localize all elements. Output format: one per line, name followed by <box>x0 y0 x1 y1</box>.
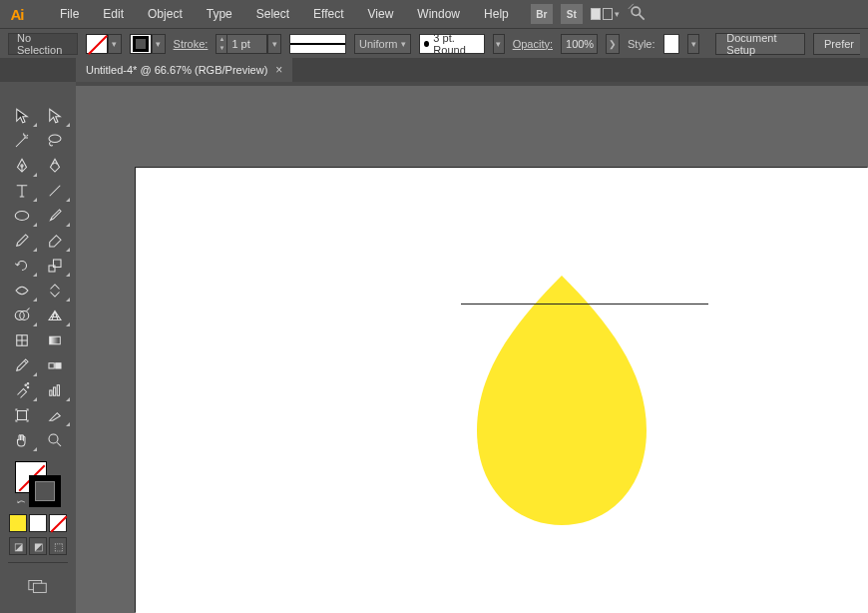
brush-definition[interactable]: 3 pt. Round <box>419 34 484 54</box>
workspace-switcher[interactable]: ▾ <box>591 8 620 20</box>
menu-select[interactable]: Select <box>246 3 299 25</box>
blend-tool[interactable] <box>39 353 71 377</box>
stroke-weight-dropdown[interactable]: ▾ <box>267 34 281 54</box>
svg-rect-20 <box>17 411 26 420</box>
opacity-more[interactable]: ❯ <box>606 34 620 54</box>
artboard-tool[interactable] <box>6 403 38 427</box>
fill-dropdown[interactable]: ▾ <box>108 34 122 54</box>
tools-panel: ⤺ ◪ ◩ ⬚ <box>0 82 76 613</box>
close-icon[interactable]: × <box>275 63 282 77</box>
selection-tool[interactable] <box>6 104 38 128</box>
control-bar: No Selection ▾ ▾ Stroke: ▲▼ ▾ Uniform▾ 3… <box>0 28 868 58</box>
slice-tool[interactable] <box>39 403 71 427</box>
pen-tool[interactable] <box>6 154 38 178</box>
screen-mode-button[interactable] <box>27 578 49 596</box>
stroke-large-swatch[interactable] <box>29 475 61 507</box>
svg-rect-6 <box>49 266 55 272</box>
stock-button[interactable]: St <box>561 4 583 24</box>
preferences-button[interactable]: Prefer <box>813 33 860 55</box>
mesh-tool[interactable] <box>6 328 38 352</box>
zoom-tool[interactable] <box>39 428 71 452</box>
magic-wand-tool[interactable] <box>6 129 38 153</box>
menu-help[interactable]: Help <box>474 3 519 25</box>
menu-bar: Ai File Edit Object Type Select Effect V… <box>0 0 868 28</box>
paintbrush-tool[interactable] <box>39 204 71 228</box>
svg-rect-18 <box>53 387 55 395</box>
type-tool[interactable] <box>6 179 38 203</box>
scale-tool[interactable] <box>39 254 71 278</box>
document-tab-title: Untitled-4* @ 66.67% (RGB/Preview) <box>86 64 267 76</box>
perspective-grid-tool[interactable] <box>39 304 71 327</box>
stroke-weight-input[interactable] <box>227 34 267 54</box>
line-segment-tool[interactable] <box>39 179 71 203</box>
svg-rect-12 <box>49 363 54 368</box>
pencil-tool[interactable] <box>6 229 38 253</box>
curvature-tool[interactable] <box>39 154 71 178</box>
tools-divider <box>8 562 68 563</box>
menu-type[interactable]: Type <box>197 3 242 25</box>
gradient-tool[interactable] <box>39 328 71 352</box>
app-logo-icon: Ai <box>6 3 28 25</box>
workspace-icon <box>591 8 601 20</box>
stroke-weight-field[interactable]: ▲▼ ▾ <box>216 34 281 54</box>
svg-rect-11 <box>49 336 60 344</box>
stroke-weight-stepper[interactable]: ▲▼ <box>216 34 227 54</box>
lasso-tool[interactable] <box>39 129 71 153</box>
document-setup-button[interactable]: Document Setup <box>715 33 805 55</box>
brush-definition-dropdown[interactable]: ▾ <box>493 34 505 54</box>
eyedropper-tool[interactable] <box>6 353 38 377</box>
svg-rect-17 <box>49 390 51 395</box>
menu-edit[interactable]: Edit <box>93 3 134 25</box>
canvas-area[interactable] <box>76 86 868 613</box>
stroke-dropdown[interactable]: ▾ <box>152 34 166 54</box>
draw-behind-icon[interactable]: ◩ <box>29 537 47 555</box>
svg-point-14 <box>25 384 27 386</box>
stroke-label[interactable]: Stroke: <box>174 38 209 50</box>
menu-effect[interactable]: Effect <box>303 3 353 25</box>
swap-fill-stroke-icon[interactable]: ⤺ <box>17 496 25 507</box>
variable-width-profile-select[interactable]: Uniform▾ <box>354 34 412 54</box>
color-mode-solid[interactable] <box>9 514 27 532</box>
svg-line-1 <box>639 15 644 20</box>
ellipse-tool[interactable] <box>6 204 38 228</box>
svg-point-16 <box>27 383 29 385</box>
free-transform-tool[interactable] <box>39 279 71 303</box>
symbol-sprayer-tool[interactable] <box>6 378 38 402</box>
color-mode-none[interactable] <box>49 514 67 532</box>
shape-builder-tool[interactable] <box>6 304 38 327</box>
opacity-value[interactable]: 100% <box>561 34 598 54</box>
search-docs-icon[interactable] <box>628 3 648 25</box>
opacity-label[interactable]: Opacity: <box>513 38 553 50</box>
svg-point-5 <box>15 212 29 221</box>
menu-object[interactable]: Object <box>138 3 193 25</box>
fill-swatch[interactable] <box>86 34 108 54</box>
svg-rect-19 <box>57 385 59 396</box>
svg-rect-13 <box>55 363 60 368</box>
hand-tool[interactable] <box>6 428 38 452</box>
direct-selection-tool[interactable] <box>39 104 71 128</box>
canvas-shape-lemon[interactable] <box>477 276 647 525</box>
draw-normal-icon[interactable]: ◪ <box>9 537 27 555</box>
svg-point-21 <box>49 434 58 443</box>
color-mode-gradient[interactable] <box>29 514 47 532</box>
graphic-style-swatch[interactable] <box>663 34 680 54</box>
stroke-swatch[interactable] <box>130 34 152 54</box>
document-tab[interactable]: Untitled-4* @ 66.67% (RGB/Preview) × <box>76 58 292 82</box>
eraser-tool[interactable] <box>39 229 71 253</box>
fill-stroke-swatch-block[interactable]: ⤺ <box>15 461 61 507</box>
svg-rect-24 <box>33 583 46 592</box>
canvas-line-segment[interactable] <box>461 304 708 305</box>
menu-file[interactable]: File <box>50 3 89 25</box>
menu-view[interactable]: View <box>358 3 404 25</box>
bridge-button[interactable]: Br <box>531 4 553 24</box>
svg-point-2 <box>49 135 61 143</box>
menu-window[interactable]: Window <box>407 3 470 25</box>
width-tool[interactable] <box>6 279 38 303</box>
column-graph-tool[interactable] <box>39 378 71 402</box>
svg-line-22 <box>57 442 61 446</box>
svg-point-15 <box>27 386 29 388</box>
draw-inside-icon[interactable]: ⬚ <box>49 537 67 555</box>
graphic-style-dropdown[interactable]: ▾ <box>687 34 699 54</box>
variable-width-profile[interactable] <box>289 34 346 54</box>
rotate-tool[interactable] <box>6 254 38 278</box>
